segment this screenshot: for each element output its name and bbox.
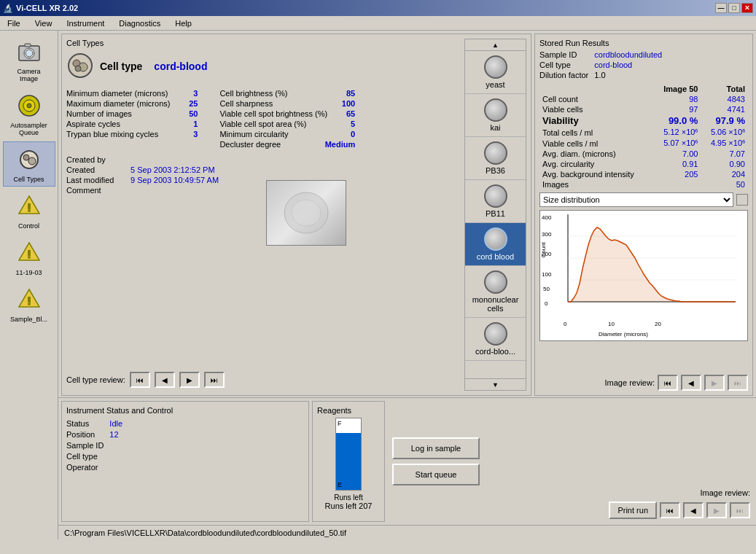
print-review-panel: Image review: Print run ⏮ ◀ ▶ ⏭ [486,398,756,525]
title-bar-buttons[interactable]: — □ ✕ [715,3,753,13]
chart-svg [561,214,739,309]
sidebar-label-11-19-03: 11-19-03 [15,269,42,276]
row-avg-bg: Avg. background intensity 205 204 [539,169,748,179]
bottom-last-button[interactable]: ⏭ [730,502,750,518]
comment-row: Comment [66,186,461,195]
app-title: Vi-CELL XR 2.02 [16,4,78,12]
minimize-button[interactable]: — [715,3,727,13]
position-label: Position [66,430,104,439]
sidebar-item-cell-types[interactable]: Cell Types [3,141,55,187]
sidebar-item-camera-image[interactable]: CameraImage [3,34,55,86]
svg-point-2 [26,50,33,57]
instrument-cell-type-value [109,452,304,461]
meta-section: Created by Created 5 Sep 2003 2:12:52 PM… [66,155,461,195]
sidebar-label-autosampler: AutosamplerQueue [10,122,47,136]
menu-diagnostics[interactable]: Diagnostics [114,18,165,28]
app-icon: 🔬 [3,4,13,13]
main-layout: CameraImage AutosamplerQueue Cell Type [0,31,756,539]
sample-id-label: Sample ID [539,50,588,59]
cell-preview [266,180,346,246]
x-label-10: 10 [608,321,615,327]
image-review-prev-button[interactable]: ◀ [681,375,701,391]
sidebar-item-11-19-03[interactable]: 11-19-03 [3,235,55,280]
cell-type-item-mononuclear[interactable]: mononuclear cells [465,266,526,318]
image-review-label-bottom: Image review: [491,488,750,497]
row-total-cells-ml: Total cells / ml 5.12 ×10⁶ 5.06 ×10⁶ [539,127,748,138]
row-viable-cells: Viable cells 97 4741 [539,104,748,114]
review-last-button[interactable]: ⏭ [204,372,225,388]
scroll-down-button[interactable]: ▼ [465,378,526,390]
chart-type-select[interactable]: Size distribution [539,192,733,207]
status-path: C:\Program Files\VICELLXR\Data\cordblood… [64,528,346,537]
kai-icon [484,98,507,122]
scroll-up-button[interactable]: ▲ [465,39,526,51]
maximize-button[interactable]: □ [728,3,740,13]
bottom-first-button[interactable]: ⏮ [660,502,680,518]
position-value: 12 [109,430,304,439]
start-queue-button[interactable]: Start queue [392,464,480,485]
menu-instrument[interactable]: Instrument [62,18,109,28]
cell-type-label: Cell type [100,61,142,72]
image-review-label: Image review: [605,378,655,387]
x-label-0: 0 [564,321,566,327]
cell-type-item-kai[interactable]: kai [465,94,526,137]
reagents-title: Reagents [317,406,351,415]
operator-value [109,463,304,472]
instrument-grid: Status Idle Position 12 Sample ID Cell t… [66,419,304,472]
svg-point-18 [28,303,31,305]
param-aspirate: Aspirate cycles 1 [66,119,198,129]
cell-type-item-pb36[interactable]: PB36 [465,137,526,180]
image-review-last-button[interactable]: ⏭ [728,375,748,391]
sidebar-item-control[interactable]: Control [3,188,55,233]
cell-type-value-sr: cord-blood [594,61,748,69]
review-first-button[interactable]: ⏮ [130,372,150,388]
image-review-first-button[interactable]: ⏮ [658,375,678,391]
review-next-button[interactable]: ▶ [179,372,200,388]
bottom-controls: Print run ⏮ ◀ ▶ ⏭ [491,502,750,519]
bottom-next-button[interactable]: ▶ [706,502,727,518]
cell-type-item-cord-bloo[interactable]: cord-bloo... [465,318,526,361]
cell-type-header: Cell type cord-blood [66,52,461,81]
log-in-sample-button[interactable]: Log in sample [392,437,480,459]
instrument-sample-id-value [109,441,304,450]
status-label: Status [66,419,104,428]
pb36-icon [484,141,507,165]
params-container: Minimum diameter (microns) 3 Maximum dia… [66,88,461,149]
param-spot-brightness: Viable cell spot brightness (%) 65 [219,109,355,119]
bottom-prev-button[interactable]: ◀ [683,502,704,518]
row-viable-cells-ml: Viable cells / ml 5.07 ×10⁶ 4.95 ×10⁶ [539,138,748,149]
params-right: Cell brightness (%) 85 Cell sharpness 10… [219,88,355,149]
cord-bloo-icon [484,322,507,346]
runs-left: Runs leftRuns left 207 [325,493,373,510]
cell-types-panel: Cell Types Cell typ [61,34,531,396]
sidebar-item-autosampler[interactable]: AutosamplerQueue [3,87,55,140]
menu-file[interactable]: File [3,18,25,28]
print-run-button[interactable]: Print run [609,502,657,519]
close-button[interactable]: ✕ [741,3,753,13]
sidebar: CameraImage AutosamplerQueue Cell Type [0,31,58,539]
modified-value: 9 Sep 2003 10:49:57 AM [130,176,219,184]
svg-point-12 [28,209,31,212]
row-avg-diam: Avg. diam. (microns) 7.00 7.07 [539,149,748,159]
x-label-20: 20 [655,321,661,327]
svg-point-24 [292,200,321,226]
svg-rect-14 [28,250,31,256]
menu-view[interactable]: View [31,18,57,28]
content-area: Cell Types Cell typ [58,31,756,539]
review-prev-button[interactable]: ◀ [155,372,175,388]
cell-type-item-pb11[interactable]: PB11 [465,180,526,223]
chart-expand-button[interactable] [736,194,748,206]
sidebar-item-sample-bl[interactable]: Sample_Bl... [3,281,55,327]
sample1-icon [15,238,44,268]
cell-type-item-yeast[interactable]: yeast [465,51,526,94]
sidebar-label-sample-bl: Sample_Bl... [10,316,47,323]
image-review-next-button[interactable]: ▶ [704,375,725,391]
camera-icon [15,37,44,66]
chart-container: 400 300 200 100 50 0 Count 0 10 20 Diame… [539,210,748,341]
menu-help[interactable]: Help [171,18,196,28]
cell-type-item-cord-blood[interactable]: cord blood [465,223,526,266]
cord-blood-icon [484,227,507,251]
reagent-label-e: E [338,481,342,488]
y-axis-label: Count [540,242,547,257]
bottom-section: Instrument Status and Control Status Idl… [58,397,756,525]
